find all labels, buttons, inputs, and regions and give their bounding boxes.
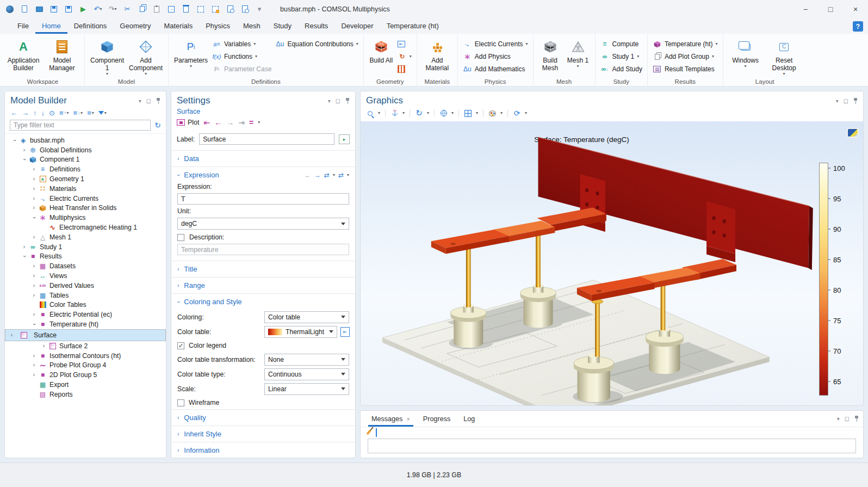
filter-icon[interactable]: ▾	[98, 111, 107, 115]
section-quality[interactable]: ›Quality	[171, 409, 355, 426]
tree-item-datasets[interactable]: ›Datasets	[5, 261, 166, 271]
tree-item-export[interactable]: Export	[5, 380, 166, 390]
tree-item-color-tables[interactable]: Color Tables	[5, 300, 166, 310]
select-box-icon[interactable]	[196, 4, 205, 14]
functions-button[interactable]: f(x)Functions▾	[212, 52, 271, 61]
build-mesh-button[interactable]: Build Mesh	[538, 36, 562, 72]
chevron-icon[interactable]: ›	[32, 215, 37, 221]
tree-item-mesh-1[interactable]: ›Mesh 1	[5, 232, 166, 242]
add-plot-group-button[interactable]: Add Plot Group▾	[653, 52, 718, 61]
float-panel-icon[interactable]: ◻	[146, 97, 151, 104]
messages-output[interactable]	[368, 439, 856, 453]
tab-study[interactable]: Study	[267, 18, 298, 34]
tab-file[interactable]: File	[11, 18, 35, 34]
result-templates-button[interactable]: ▤Result Templates	[653, 64, 718, 74]
compute-button[interactable]: =Compute	[600, 39, 642, 49]
rebuild-geometry-button[interactable]: ↻▾	[398, 52, 412, 61]
minimize-button[interactable]: −	[793, 0, 818, 18]
update-icon[interactable]: ⟳	[513, 109, 521, 118]
chevron-icon[interactable]: ›	[22, 254, 27, 260]
tab-mesh[interactable]: Mesh	[237, 18, 267, 34]
message-options-icon[interactable]	[376, 429, 377, 436]
electric-currents-button[interactable]: Electric Currents▾	[463, 39, 528, 49]
tree-item-heat-transfer[interactable]: ›Heat Transfer in Solids	[5, 204, 166, 213]
tab-log[interactable]: Log	[457, 411, 481, 427]
move-up-icon[interactable]: ↑	[33, 109, 37, 117]
tab-developer[interactable]: Developer	[334, 18, 380, 34]
tree-item-component-1[interactable]: ›Component 1	[5, 155, 166, 165]
transformation-select[interactable]: None	[264, 354, 349, 366]
tree-item-2d-plot-group[interactable]: ›2D Plot Group 5	[5, 370, 166, 380]
paste-icon[interactable]	[152, 4, 161, 14]
tree-item-temperature-ht[interactable]: ›Temperature (ht)	[5, 319, 166, 329]
new-file-icon[interactable]	[20, 4, 29, 14]
temperature-plot-button[interactable]: Temperature (ht)▾	[653, 39, 718, 49]
section-information[interactable]: ›Information	[171, 442, 355, 458]
chevron-icon[interactable]: ›	[32, 322, 37, 328]
chevron-icon[interactable]: ›	[31, 273, 37, 279]
chevron-icon[interactable]: ›	[31, 372, 37, 378]
close-tab-icon[interactable]: ×	[406, 416, 410, 422]
close-button[interactable]: ×	[843, 0, 868, 18]
panel-menu-icon[interactable]: ▾	[328, 98, 331, 104]
expand-all-icon[interactable]: ≡↑▾	[59, 109, 69, 117]
tree-item-tables[interactable]: ›Tables	[5, 291, 166, 300]
chevron-icon[interactable]: ›	[31, 176, 37, 182]
section-data[interactable]: ›Data	[171, 150, 355, 167]
plot-button[interactable]: Plot	[177, 119, 200, 126]
section-range[interactable]: ›Range	[171, 277, 355, 293]
label-input[interactable]	[199, 133, 334, 145]
replace-expression-icon[interactable]: ⇄	[324, 171, 330, 179]
chevron-icon[interactable]: ›	[31, 362, 37, 368]
tree-item-busbar[interactable]: ›busbar.mph	[5, 135, 166, 145]
chevron-icon[interactable]: ›	[22, 157, 27, 163]
float-panel-icon[interactable]: ◻	[844, 97, 848, 104]
import-geometry-button[interactable]: ⇤	[398, 39, 412, 49]
open-file-icon[interactable]	[35, 4, 44, 14]
scale-select[interactable]: Linear	[264, 383, 349, 395]
plot-first-icon[interactable]: ⇤	[204, 118, 210, 127]
tree-item-isothermal-contours[interactable]: ›Isothermal Contours (ht)	[5, 351, 166, 361]
clear-selection-icon[interactable]	[211, 4, 220, 14]
chevron-icon[interactable]: ›	[31, 312, 37, 317]
comsol-logo-icon[interactable]	[5, 4, 14, 14]
panel-menu-icon[interactable]: ▾	[139, 98, 141, 104]
coloring-select[interactable]: Color table	[264, 311, 349, 323]
tab-geometry[interactable]: Geometry	[113, 18, 157, 34]
unit-select[interactable]: degC	[177, 218, 349, 230]
chevron-icon[interactable]: ›	[21, 244, 27, 250]
chevron-icon[interactable]: ›	[31, 196, 37, 201]
chevron-icon[interactable]: ›	[31, 263, 37, 269]
section-inherit-style[interactable]: ›Inherit Style	[171, 426, 355, 442]
tab-results[interactable]: Results	[298, 18, 334, 34]
expr-back-icon[interactable]: ←	[305, 171, 311, 179]
chevron-icon[interactable]: ›	[9, 332, 15, 338]
color-table-settings-button[interactable]: ⇤	[340, 327, 350, 337]
tree-item-materials[interactable]: ›Materials	[5, 184, 166, 194]
tree-item-em-heating[interactable]: Electromagnetic Heating 1	[5, 223, 166, 232]
grid-icon[interactable]	[464, 110, 472, 117]
chevron-icon[interactable]: ›	[31, 186, 37, 192]
equation-contributions-button[interactable]: ΔuEquation Contributions▾	[275, 39, 358, 49]
study-1-button[interactable]: ∞Study 1▾	[600, 52, 642, 61]
color-palette-icon[interactable]	[488, 110, 497, 116]
reset-desktop-button[interactable]: C Reset Desktop▾	[767, 36, 802, 76]
edit-label-button[interactable]	[339, 134, 350, 144]
plot-next-icon[interactable]: →	[226, 118, 234, 127]
tree-item-surface-2[interactable]: ›Surface 2	[5, 341, 166, 351]
tree-item-results[interactable]: ›Results	[5, 252, 166, 262]
plot-in-icon[interactable]: =	[249, 118, 253, 127]
tab-temperature-ht[interactable]: Temperature (ht)	[380, 18, 445, 34]
expr-forward-icon[interactable]: →	[314, 171, 321, 179]
float-panel-icon[interactable]: ◻	[845, 415, 850, 422]
add-component-button[interactable]: Add Component▾	[128, 36, 163, 76]
tab-messages[interactable]: Messages×	[365, 411, 417, 427]
chevron-icon[interactable]: ›	[31, 235, 37, 240]
windows-button[interactable]: Windows▾	[728, 36, 763, 69]
find-icon[interactable]	[226, 4, 234, 14]
forward-icon[interactable]: →	[22, 109, 29, 117]
plot-in-caret-icon[interactable]: ▾	[258, 120, 260, 125]
tab-materials[interactable]: Materials	[157, 18, 199, 34]
tree-item-reports[interactable]: Reports	[5, 390, 166, 399]
refresh-icon[interactable]: ↻	[154, 121, 161, 130]
